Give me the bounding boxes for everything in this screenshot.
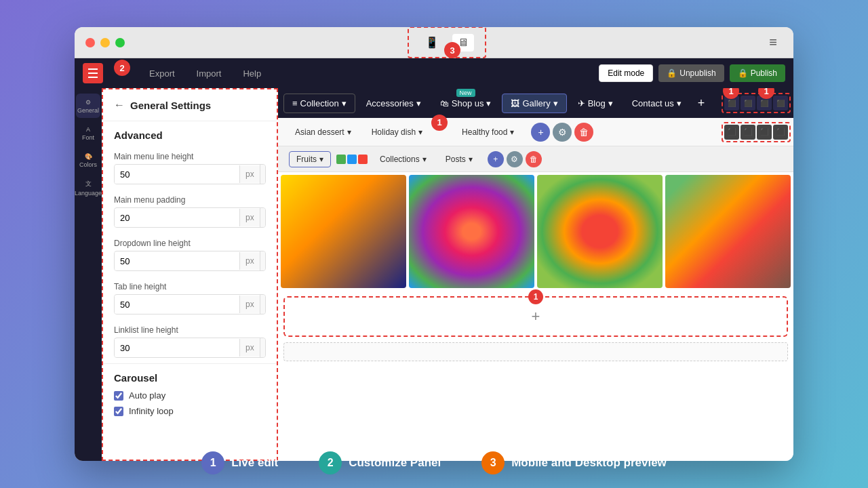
main-menu-padding-input[interactable] bbox=[115, 209, 239, 227]
unpublish-btn[interactable]: 🔒 Unpublish bbox=[658, 64, 724, 82]
settings-panel: ← General Settings Advanced Main menu li… bbox=[102, 88, 278, 461]
footer-item-customize: 2 Customize Panel bbox=[319, 451, 441, 474]
lock-icon: 🔒 bbox=[667, 68, 677, 78]
subnav-asian-dessert[interactable]: Asian dessert ▾ bbox=[286, 123, 360, 142]
subnav-action-btns: + ⚙ 🗑 bbox=[531, 123, 593, 142]
subnav-healthy-food[interactable]: Healthy food ▾ bbox=[453, 123, 523, 142]
lock-icon2: 🔒 bbox=[738, 68, 748, 78]
browser-actions: ≡ bbox=[769, 35, 777, 50]
image-colorful-platter bbox=[537, 175, 663, 288]
help-btn[interactable]: Help bbox=[237, 66, 267, 81]
minimize-dot[interactable] bbox=[100, 38, 110, 47]
align-icon-2[interactable]: ⬛ bbox=[741, 96, 755, 110]
linklist-height-input[interactable] bbox=[115, 339, 239, 357]
browser-titlebar: 📱 🖥 ≡ bbox=[75, 27, 793, 58]
nav-gallery[interactable]: 🖼 Gallery ▾ bbox=[502, 94, 566, 113]
image-tropical-bowl bbox=[409, 175, 534, 288]
tab-down-btn[interactable]: ▼ bbox=[260, 304, 266, 314]
subnav2-action-btns: + ⚙ 🗑 bbox=[488, 151, 542, 167]
toolbar-right: Edit mode 🔒 Unpublish 🔒 Publish bbox=[599, 64, 785, 82]
export-btn[interactable]: Export bbox=[144, 66, 180, 81]
badge-live-edit: 1 bbox=[201, 451, 224, 474]
subnav-add-btn[interactable]: + bbox=[531, 123, 550, 142]
toolbar-menu-icon[interactable] bbox=[83, 63, 103, 83]
subnav2-collections[interactable]: Collections ▾ bbox=[373, 152, 433, 167]
carousel-section: Carousel Auto play Infinity loop bbox=[103, 363, 277, 430]
infinity-loop-row: Infinity loop bbox=[114, 406, 266, 416]
nav-collection[interactable]: ≡ Collection ▾ bbox=[283, 94, 355, 113]
dropdown-up-btn[interactable]: ▲ bbox=[260, 251, 266, 261]
nav-blog[interactable]: ✈ Blog ▾ bbox=[570, 94, 621, 113]
close-dot[interactable] bbox=[85, 38, 95, 47]
nav-accessories[interactable]: Accessories ▾ bbox=[358, 94, 429, 113]
subnav2-settings-btn[interactable]: ⚙ bbox=[507, 151, 523, 167]
align2-icon-3[interactable]: ⬛ bbox=[757, 125, 772, 140]
align-icon-4[interactable]: ⬛ bbox=[773, 96, 788, 110]
subnav2-delete-btn[interactable]: 🗑 bbox=[526, 151, 542, 167]
padding-down-btn[interactable]: ▼ bbox=[260, 218, 266, 227]
back-btn[interactable]: ← bbox=[114, 99, 125, 111]
import-btn[interactable]: Import bbox=[191, 66, 227, 81]
field-main-menu-height: Main menu line height px ▲ ▼ bbox=[103, 146, 277, 190]
badge-customize: 2 bbox=[319, 451, 342, 474]
step1-add-row-badge: 1 bbox=[528, 289, 543, 304]
align2-icon-2[interactable]: ⬛ bbox=[741, 125, 755, 140]
align2-icon-1[interactable]: ⬛ bbox=[724, 125, 739, 140]
tab-height-input[interactable] bbox=[115, 296, 239, 314]
linklist-up-btn[interactable]: ▲ bbox=[260, 338, 266, 348]
edit-mode-btn[interactable]: Edit mode bbox=[599, 64, 653, 82]
autoplay-checkbox[interactable] bbox=[114, 391, 123, 401]
maximize-dot[interactable] bbox=[115, 38, 125, 47]
image-mango-blueberry bbox=[281, 175, 406, 288]
subnav2-fruits[interactable]: Fruits ▾ bbox=[289, 151, 331, 167]
main-menu-height-input[interactable] bbox=[115, 165, 239, 184]
step1-subnav-badge: 1 bbox=[431, 115, 448, 131]
color-blue[interactable] bbox=[347, 155, 357, 164]
field-tab-height: Tab line height px ▲ ▼ bbox=[103, 277, 277, 320]
infinity-loop-label: Infinity loop bbox=[129, 406, 174, 416]
preview-area: ≡ Collection ▾ Accessories ▾ New 🛍 Shop … bbox=[278, 88, 793, 461]
dropdown-height-input[interactable] bbox=[115, 252, 239, 270]
subnav-delete-btn[interactable]: 🗑 bbox=[574, 123, 593, 142]
website-subnav2: Fruits ▾ Collections ▾ Posts ▾ + bbox=[278, 146, 793, 172]
step2-badge: 2 bbox=[114, 60, 130, 76]
infinity-loop-checkbox[interactable] bbox=[114, 407, 123, 416]
align2-icon-4[interactable]: ⬛ bbox=[773, 125, 788, 140]
field-dropdown-height: Dropdown line height px ▲ ▼ bbox=[103, 233, 277, 277]
padding-up-btn[interactable]: ▲ bbox=[260, 208, 266, 218]
website-subnav: Asian dessert ▾ Holiday dish ▾ 1 Healthy… bbox=[278, 118, 793, 146]
image-grid bbox=[278, 172, 793, 291]
field-linklist-height: Linklist line height px ▲ ▼ bbox=[103, 320, 277, 363]
sidebar-font[interactable]: A Font bbox=[76, 121, 100, 145]
nav-shop[interactable]: New 🛍 Shop us ▾ bbox=[432, 94, 500, 113]
mobile-preview-btn[interactable]: 📱 bbox=[420, 33, 444, 52]
step3-browser-badge: 3 bbox=[444, 42, 460, 58]
publish-btn[interactable]: 🔒 Publish bbox=[730, 64, 785, 82]
color-red[interactable] bbox=[358, 155, 368, 164]
sidebar-language[interactable]: 文 Language bbox=[76, 175, 100, 199]
advanced-section-label: Advanced bbox=[103, 121, 277, 146]
linklist-down-btn[interactable]: ▼ bbox=[260, 348, 266, 357]
subnav2-posts[interactable]: Posts ▾ bbox=[439, 152, 479, 167]
hamburger-icon: ≡ bbox=[769, 35, 777, 50]
add-row-placeholder[interactable]: 1 + bbox=[283, 296, 788, 337]
color-green[interactable] bbox=[336, 155, 346, 164]
nav-add-btn[interactable]: + bbox=[692, 96, 711, 110]
nav-contact[interactable]: Contact us ▾ bbox=[624, 94, 690, 113]
subnav-settings-btn[interactable]: ⚙ bbox=[553, 123, 572, 142]
sidebar-colors[interactable]: 🎨 Colors bbox=[76, 148, 100, 172]
dropdown-down-btn[interactable]: ▼ bbox=[260, 261, 266, 270]
bottom-section bbox=[283, 342, 788, 361]
add-row-icon: + bbox=[532, 308, 540, 325]
main-area: ⚙ General A Font 🎨 Colors 文 Language ← G… bbox=[75, 88, 793, 461]
footer-item-preview: 3 Mobile and Desktop preview bbox=[481, 451, 667, 474]
tab-up-btn[interactable]: ▲ bbox=[260, 295, 266, 304]
subnav2-add-btn[interactable]: + bbox=[488, 151, 504, 167]
subnav-holiday-dish[interactable]: Holiday dish ▾ bbox=[363, 123, 431, 142]
live-edit-label: Live edit bbox=[231, 456, 278, 470]
height-up-btn[interactable]: ▲ bbox=[260, 165, 266, 174]
height-down-btn[interactable]: ▼ bbox=[260, 174, 266, 184]
sidebar-general[interactable]: ⚙ General bbox=[76, 94, 100, 118]
app-toolbar: 2 Export Import Help Edit mode 🔒 Unpubli… bbox=[75, 58, 793, 88]
new-badge: New bbox=[456, 89, 475, 97]
